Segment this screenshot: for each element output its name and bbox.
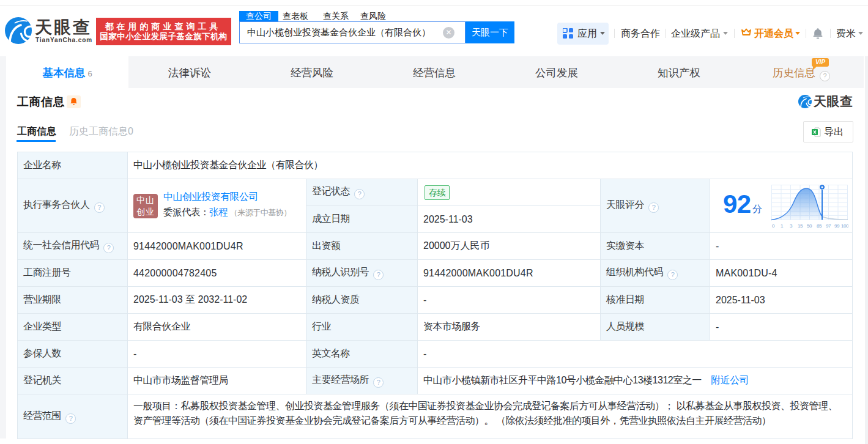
- svg-text:99: 99: [834, 223, 840, 229]
- svg-text:85: 85: [817, 223, 822, 229]
- svg-text:50: 50: [807, 223, 812, 229]
- svg-text:3: 3: [790, 223, 793, 229]
- svg-text:100: 100: [841, 223, 848, 229]
- svg-text:97: 97: [826, 223, 831, 229]
- svg-text:15: 15: [798, 223, 803, 229]
- svg-text:0: 0: [772, 223, 775, 229]
- svg-text:1: 1: [781, 223, 784, 229]
